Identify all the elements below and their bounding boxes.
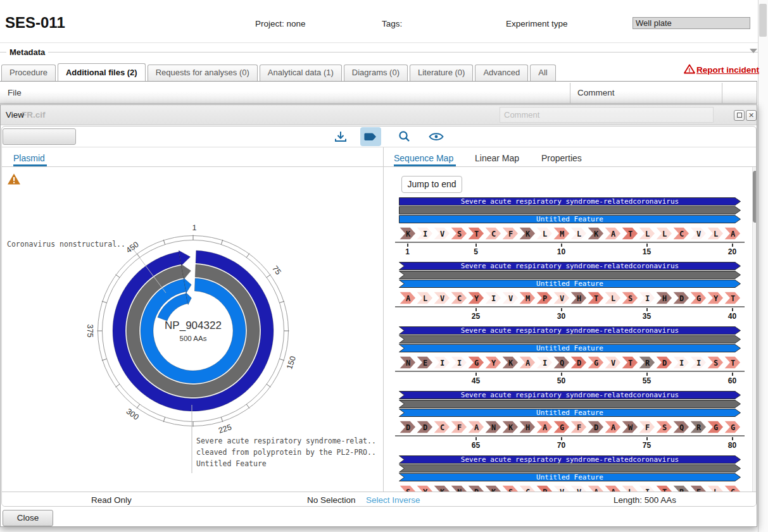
svg-text:G: G (731, 423, 735, 432)
tab-all[interactable]: All (530, 65, 555, 81)
svg-text:I: I (491, 294, 496, 303)
page-scrollbar-thumb[interactable] (759, 4, 767, 37)
svg-text:R: R (696, 423, 702, 432)
svg-text:A: A (474, 423, 479, 432)
download-icon[interactable] (332, 128, 349, 145)
search-icon[interactable] (396, 128, 413, 145)
svg-text:T: T (474, 230, 479, 238)
svg-text:S: S (628, 294, 633, 303)
ruler-label: 20 (720, 247, 745, 256)
svg-text:V: V (440, 294, 444, 303)
viewer-statusbar: Read Only No Selection Select Inverse Le… (2, 492, 756, 507)
svg-text:A: A (406, 294, 411, 303)
svg-text:G: G (594, 359, 598, 368)
svg-text:T: T (731, 359, 735, 368)
svg-text:T: T (731, 294, 735, 303)
amino-acid-row: NEIIGYKAIQDGVTRDIIST (399, 356, 741, 369)
jump-to-end-button[interactable]: Jump to end (401, 176, 462, 193)
amino-acid-row: ALVCYIVMPVHTLSIHDGYT (399, 292, 741, 304)
ruler-label: 10 (549, 247, 574, 256)
plasmid-name: NP_904322 (165, 319, 222, 331)
ruler-label: 65 (463, 441, 489, 450)
svg-text:L: L (662, 230, 667, 238)
svg-text:L: L (543, 230, 547, 238)
tab-bar: Procedure Additional files (2) Requests … (1, 63, 556, 81)
column-file[interactable]: File (8, 88, 22, 97)
collapse-arrow-icon[interactable] (750, 49, 757, 53)
svg-text:A: A (526, 359, 531, 368)
warning-triangle-icon: ! (684, 64, 695, 74)
tab-properties[interactable]: Properties (541, 153, 582, 163)
plasmid-callout-bottom: Untitled Feature (196, 459, 267, 468)
tab-additional-files[interactable]: Additional files (2) (58, 63, 146, 81)
svg-text:A: A (611, 230, 616, 238)
sequence-row: Severe acute respiratory syndrome-relate… (399, 455, 741, 492)
ruler-label: 30 (549, 312, 574, 321)
plasmid-map: 175150225300375450NP_904322500 AAsCorona… (2, 167, 383, 492)
tab-literature[interactable]: Literature (0) (410, 65, 473, 81)
svg-text:K: K (508, 359, 513, 368)
view-modal: FR.cif View Comment ✕ (0, 104, 757, 527)
ghost-file-name: FR.cif (22, 110, 46, 120)
experiment-type-label: Experiment type (506, 19, 568, 28)
select-inverse-link[interactable]: Select Inverse (366, 495, 420, 505)
eye-icon[interactable] (427, 128, 445, 145)
svg-text:G: G (714, 423, 718, 432)
svg-text:1: 1 (192, 223, 196, 232)
svg-text:F: F (457, 423, 462, 432)
tab-procedure[interactable]: Procedure (1, 65, 56, 81)
tab-linear-map[interactable]: Linear Map (475, 153, 519, 163)
feature-bar-label: Untitled Feature (399, 280, 741, 288)
svg-text:S: S (714, 359, 718, 368)
column-comment[interactable]: Comment (577, 88, 615, 97)
svg-text:H: H (526, 423, 530, 432)
page-scrollbar[interactable] (758, 0, 768, 532)
page-title: SES-011 (5, 14, 65, 32)
svg-text:150: 150 (285, 355, 298, 370)
svg-text:P: P (543, 294, 547, 303)
svg-text:F: F (577, 423, 581, 432)
svg-text:N: N (491, 423, 496, 432)
svg-text:G: G (696, 294, 701, 303)
sequence-scrollbar-thumb[interactable] (753, 171, 757, 223)
ruler-label: 60 (720, 376, 745, 385)
file-table-header: File Comment (0, 81, 757, 104)
close-button[interactable]: Close (3, 510, 53, 526)
svg-text:S: S (662, 423, 667, 432)
amino-acid-row: DDCFANKHAGFDAWFSQRGG (399, 421, 741, 433)
tab-analytical-data[interactable]: Analytical data (1) (260, 65, 342, 81)
amino-acid-row: KIVSTCFKLMLKATLLCVLA (399, 227, 741, 240)
experiment-type-input[interactable]: Well plate (633, 17, 750, 29)
maximize-button[interactable] (734, 110, 745, 121)
ruler-label: 50 (549, 376, 574, 385)
report-incident-link[interactable]: Report incident (696, 65, 759, 75)
tab-diagrams[interactable]: Diagrams (0) (344, 65, 408, 81)
tab-advanced[interactable]: Advanced (475, 65, 528, 81)
file-viewer: Plasmid Sequence Map Linear Map Properti… (1, 126, 757, 507)
ruler-line (395, 371, 745, 372)
svg-text:D: D (662, 359, 667, 368)
tab-plasmid[interactable]: Plasmid (13, 153, 45, 163)
feature-bar-label: Untitled Feature (399, 344, 741, 352)
svg-text:225: 225 (217, 423, 232, 435)
svg-text:T: T (628, 359, 633, 368)
selection-status: No Selection (307, 495, 356, 505)
close-icon[interactable]: ✕ (746, 110, 757, 121)
tab-requests-for-analyses[interactable]: Requests for analyses (0) (148, 65, 258, 81)
svg-text:T: T (594, 294, 598, 303)
ruler-label: 75 (634, 441, 660, 450)
svg-text:C: C (679, 230, 684, 238)
viewer-toolbar (2, 127, 756, 147)
tag-icon-button[interactable] (360, 127, 381, 146)
svg-text:E: E (423, 359, 427, 368)
ghost-comment-input: Comment (500, 107, 714, 123)
svg-text:L: L (611, 294, 615, 303)
svg-text:G: G (474, 359, 479, 368)
svg-text:G: G (560, 423, 564, 432)
viewer-blank-button[interactable] (3, 128, 76, 145)
ruler-label: 25 (463, 312, 489, 321)
svg-text:375: 375 (85, 325, 94, 338)
tab-sequence-map[interactable]: Sequence Map (394, 153, 453, 163)
ruler-label: 35 (634, 312, 660, 321)
svg-text:M: M (526, 294, 530, 303)
